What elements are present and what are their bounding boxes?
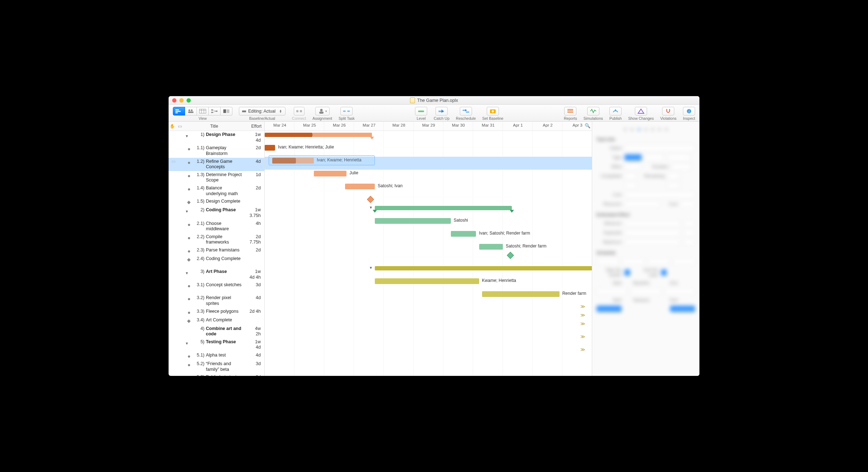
- gantt-body[interactable]: Ivan; Kwame; Henrietta; JulieIvan; Kwame…: [265, 131, 592, 376]
- level-button[interactable]: [415, 107, 427, 115]
- outline-row[interactable]: 3.4)Art Complete: [169, 316, 264, 325]
- offscreen-chevron-icon[interactable]: ≫: [580, 312, 585, 318]
- note-icon[interactable]: ▭: [170, 159, 176, 170]
- task-effort[interactable]: 4d: [245, 159, 264, 170]
- gantt-row[interactable]: ▼: [265, 264, 592, 277]
- outline-row[interactable]: ▼5)Testing Phase1w 4d: [169, 338, 264, 351]
- zoom-icon[interactable]: 🔍: [585, 123, 590, 128]
- milestone-diamond[interactable]: [367, 196, 374, 203]
- outline-row[interactable]: 1.5)Design Complete: [169, 198, 264, 206]
- task-title[interactable]: Art Complete: [206, 317, 245, 324]
- task-title[interactable]: Render pixel sprites: [206, 295, 245, 306]
- outline-row[interactable]: 5.2)“Friends and family” beta3d: [169, 360, 264, 373]
- date-column-header[interactable]: Mar 27: [354, 122, 384, 131]
- outline-row[interactable]: 3.2)Render pixel sprites4d: [169, 294, 264, 307]
- task-title[interactable]: Choose middleware: [206, 221, 245, 232]
- outline-row[interactable]: 1.3)Determine Project Scope1d: [169, 171, 264, 184]
- view-calendar-button[interactable]: [197, 107, 209, 115]
- outline-row[interactable]: 1.1)Gameplay Brainstorm2d: [169, 144, 264, 157]
- inspector-panel[interactable]: ●●●●●●● Task Info Name Type EffortDurati…: [592, 122, 699, 376]
- task-title[interactable]: Concept sketches: [206, 282, 245, 293]
- date-column-header[interactable]: Mar 31: [473, 122, 503, 131]
- view-gantt-button[interactable]: [173, 107, 185, 115]
- outline-row[interactable]: 2.2)Compile frameworks2d 7.75h: [169, 233, 264, 246]
- task-effort[interactable]: 4h: [245, 221, 264, 232]
- task-effort[interactable]: [245, 317, 264, 324]
- task-title[interactable]: Balance underlying math: [206, 185, 245, 197]
- connect-button[interactable]: [294, 107, 305, 115]
- task-title[interactable]: Testing Phase: [206, 339, 245, 350]
- show-changes-button[interactable]: [635, 107, 647, 115]
- disclosure-triangle-icon[interactable]: ▼: [185, 341, 189, 345]
- summary-bar[interactable]: [375, 206, 512, 210]
- gantt-row[interactable]: ≫: [265, 320, 592, 333]
- outline-row[interactable]: 5.3)Public beta test2d: [169, 373, 264, 376]
- task-bar[interactable]: [375, 278, 479, 284]
- task-effort[interactable]: 4d: [245, 295, 264, 306]
- date-column-header[interactable]: Apr 1: [503, 122, 533, 131]
- task-effort[interactable]: 1w 4d: [245, 339, 264, 350]
- task-effort[interactable]: 1d: [245, 172, 264, 183]
- gantt-row[interactable]: ≫: [265, 303, 592, 312]
- outline-row[interactable]: 3.3)Fleece polygons2d 4h: [169, 308, 264, 316]
- task-effort[interactable]: 1w 4d: [245, 132, 264, 143]
- task-effort[interactable]: 2d 7.75h: [245, 234, 264, 245]
- offscreen-chevron-icon[interactable]: ≫: [580, 304, 585, 309]
- simulations-button[interactable]: [587, 107, 599, 115]
- task-effort[interactable]: [245, 256, 264, 267]
- gantt-row[interactable]: Ivan; Kwame; Henrietta; Julie: [265, 144, 592, 157]
- outline-row[interactable]: 2.4)Coding Complete: [169, 255, 264, 268]
- task-title[interactable]: Fleece polygons: [206, 309, 245, 315]
- task-effort[interactable]: 4d: [245, 353, 264, 359]
- task-effort[interactable]: 2d 4h: [245, 309, 264, 315]
- baseline-selector[interactable]: Editing: Actual ▴▾: [239, 107, 286, 115]
- task-effort[interactable]: 2d: [245, 374, 264, 376]
- view-resources-button[interactable]: [185, 107, 197, 115]
- task-effort[interactable]: 2d: [245, 247, 264, 254]
- gantt-row[interactable]: [265, 131, 592, 144]
- task-effort[interactable]: 4w 2h: [245, 326, 264, 337]
- gantt-row[interactable]: ≫: [265, 346, 592, 355]
- gantt-disclosure-icon[interactable]: ▼: [369, 206, 373, 209]
- split-task-button[interactable]: [340, 107, 353, 115]
- disclosure-triangle-icon[interactable]: ▼: [185, 271, 189, 275]
- assignment-button[interactable]: ▾: [315, 107, 330, 115]
- gantt-date-header[interactable]: Mar 24Mar 25Mar 26Mar 27Mar 28Mar 29Mar …: [265, 122, 592, 131]
- task-title[interactable]: Design Phase: [206, 132, 245, 143]
- outline-row[interactable]: 2.1)Choose middleware4h: [169, 220, 264, 233]
- task-title[interactable]: Coding Phase: [206, 207, 245, 218]
- task-effort[interactable]: 1w 4d 4h: [245, 269, 264, 280]
- outline-row[interactable]: 4)Combine art and code4w 2h: [169, 325, 264, 338]
- task-title[interactable]: Coding Complete: [206, 256, 245, 267]
- outline-row[interactable]: 3.1)Concept sketches3d: [169, 281, 264, 294]
- gantt-row[interactable]: Satoshi: [265, 217, 592, 230]
- close-window-button[interactable]: [172, 98, 176, 103]
- view-network-button[interactable]: [209, 107, 221, 115]
- task-title[interactable]: Design Complete: [206, 199, 245, 205]
- gantt-row[interactable]: ▼: [265, 204, 592, 217]
- gantt-row[interactable]: Ivan; Kwame; Henrietta: [265, 157, 592, 170]
- task-effort[interactable]: 1w 3.75h: [245, 207, 264, 218]
- offscreen-chevron-icon[interactable]: ≫: [580, 334, 585, 339]
- inspect-button[interactable]: i: [683, 107, 695, 115]
- violations-button[interactable]: [662, 107, 674, 115]
- gantt-disclosure-icon[interactable]: ▼: [369, 266, 373, 270]
- date-column-header[interactable]: Mar 30: [443, 122, 473, 131]
- outline-title-header[interactable]: Title: [184, 124, 245, 129]
- view-styles-button[interactable]: [221, 107, 232, 115]
- date-column-header[interactable]: Apr 2: [533, 122, 562, 131]
- task-bar[interactable]: [314, 171, 346, 176]
- outline-row[interactable]: ▭1.2)Refine Game Concepts4d: [169, 158, 264, 171]
- task-title[interactable]: Compile frameworks: [206, 234, 245, 245]
- note-column-icon[interactable]: ▭: [176, 124, 184, 129]
- gantt-row[interactable]: [265, 368, 592, 375]
- outline-row[interactable]: 1.4)Balance underlying math2d: [169, 184, 264, 198]
- task-title[interactable]: Combine art and code: [206, 326, 245, 337]
- outline-row[interactable]: 5.1)Alpha test4d: [169, 351, 264, 360]
- summary-bar[interactable]: [312, 133, 372, 137]
- task-outline[interactable]: ✋ ▭ Title Effort ▼1)Design Phase1w 4d1.1…: [169, 122, 265, 376]
- task-title[interactable]: Public beta test: [206, 374, 245, 376]
- disclosure-triangle-icon[interactable]: ▼: [185, 134, 189, 138]
- gantt-row[interactable]: Render farm: [265, 290, 592, 303]
- milestone-diamond[interactable]: [507, 252, 514, 259]
